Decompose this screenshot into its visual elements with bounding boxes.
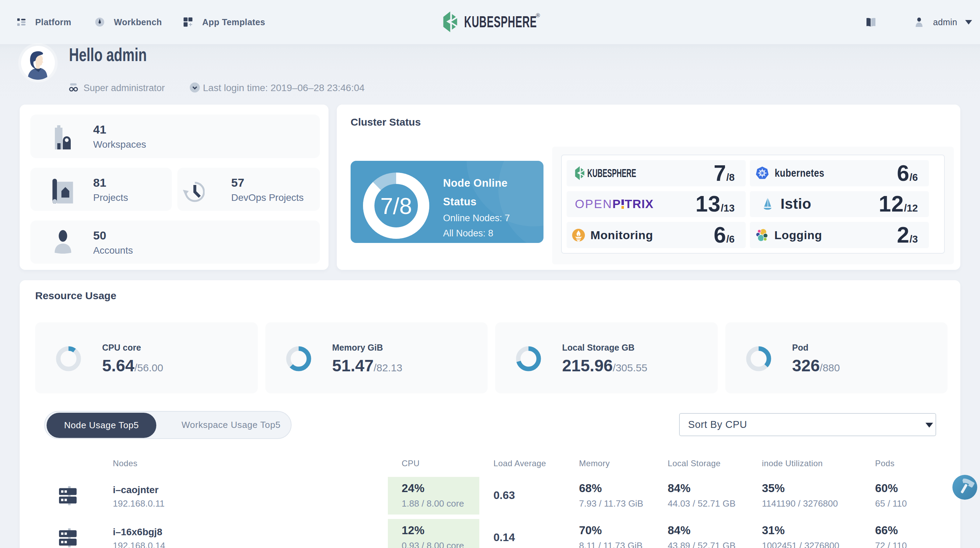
svg-text:7/8: 7/8 <box>380 193 412 219</box>
